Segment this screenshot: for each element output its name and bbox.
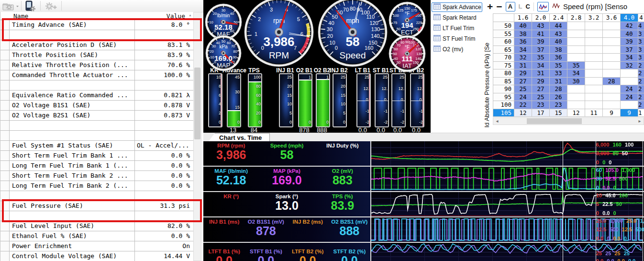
map-cell[interactable] (603, 85, 621, 93)
map-row-header[interactable]: 85 (493, 78, 514, 86)
map-cell[interactable]: 44 (550, 22, 567, 30)
map-cell[interactable]: 17 (532, 109, 550, 117)
table-row[interactable]: Short Term Fuel Trim Bank 1 ...0.0 % (0, 151, 194, 161)
map-col-header[interactable]: 3.2 (585, 14, 603, 22)
map-cell[interactable]: 12 (567, 109, 585, 117)
table-row[interactable]: Long Term Fuel Trim Bank 1 (...0.0 % (0, 161, 194, 171)
map-cell[interactable]: 2 (638, 85, 644, 93)
map-cell[interactable]: 43 (532, 22, 550, 30)
map-cell[interactable]: 38 (514, 30, 532, 38)
map-cell[interactable] (567, 22, 585, 30)
table-row[interactable]: Long Term Fuel Trim Bank 2 (...0.0 % (0, 181, 194, 191)
map-cell[interactable]: 31 (514, 62, 532, 70)
map-cell[interactable]: 37 (621, 46, 638, 54)
table-row[interactable]: Equivalence Ratio Commanded ...0.821 λ (0, 91, 194, 101)
map-waveform2-icon[interactable] (552, 2, 560, 11)
table-row[interactable]: Throttle Position (SAE)83.9 % (0, 50, 194, 60)
map-cell[interactable]: 9 (621, 109, 638, 117)
map-cell[interactable]: 34 (514, 46, 532, 54)
map-cell[interactable]: 2 (638, 101, 644, 109)
map-cell[interactable] (585, 62, 603, 70)
table-row[interactable]: Commanded Throttle Actuator ...100.0 % (0, 70, 194, 80)
map-cell[interactable]: 32 (621, 62, 638, 70)
map-cell[interactable] (603, 54, 621, 62)
map-cell[interactable]: 42 (621, 22, 638, 30)
pid-scrollbar-thumb[interactable] (194, 68, 200, 139)
map-cell[interactable]: 24 (621, 85, 638, 93)
map-cell[interactable]: 28 (550, 85, 567, 93)
legend-item-spark-advance[interactable]: Spark Advance (432, 2, 482, 12)
map-cell[interactable]: 37 (532, 46, 550, 54)
table-row[interactable]: Accelerator Position D (SAE)83.1 % (0, 40, 194, 50)
map-cell[interactable] (585, 38, 603, 46)
map-cell[interactable]: 30 (567, 78, 585, 86)
map-cell[interactable]: 36 (514, 38, 532, 46)
table-row[interactable]: Power EnrichmentOn (0, 241, 194, 251)
map-zoom-in-button[interactable]: + (487, 2, 493, 11)
map-cell[interactable] (621, 78, 638, 86)
map-cell[interactable] (567, 85, 585, 93)
map-cell[interactable]: 25 (514, 85, 532, 93)
map-c-button[interactable]: C (525, 3, 530, 10)
map-cell[interactable] (567, 46, 585, 54)
map-cell[interactable]: 26 (550, 93, 567, 102)
legend-item-spark-retard[interactable]: Spark Retard (432, 13, 482, 23)
table-row[interactable]: Fuel System #1 Status (SAE)OL - Accel/..… (0, 141, 194, 151)
map-cell[interactable]: 40 (514, 22, 532, 30)
map-axes-button[interactable]: A (506, 2, 515, 11)
map-cell[interactable]: 28 (603, 78, 621, 86)
map-cell[interactable]: 1 (638, 109, 644, 117)
map-cell[interactable] (567, 101, 585, 109)
map-row-header[interactable]: 65 (493, 46, 514, 54)
map-row-header[interactable]: 95 (493, 93, 514, 102)
map-cell[interactable]: 22 (514, 101, 532, 109)
map-cell[interactable]: 39 (621, 38, 638, 46)
map-cell[interactable]: 4 (638, 22, 644, 30)
map-cell[interactable]: 24 (621, 93, 638, 102)
map-cell[interactable] (567, 38, 585, 46)
map-cell[interactable] (585, 93, 603, 102)
map-cell[interactable]: 29 (532, 78, 550, 86)
map-cell[interactable] (603, 101, 621, 109)
map-cell[interactable]: 15 (550, 109, 567, 117)
map-scrollbar-thumb[interactable] (527, 118, 582, 124)
table-row[interactable]: Relative Throttle Position (...70.6 % (0, 60, 194, 70)
table-row[interactable]: Short Term Fuel Trim Bank 2 ...0.0 % (0, 171, 194, 181)
map-cell[interactable]: 11 (585, 109, 603, 117)
legend-item-lt-fuel-trim[interactable]: LT Fuel Trim (432, 23, 482, 33)
map-row-header[interactable]: 50 (493, 22, 514, 30)
map-zoom-out-button[interactable]: − (496, 2, 502, 11)
map-cell[interactable]: 2 (638, 93, 644, 102)
map-cell[interactable]: 3 (638, 46, 644, 54)
map-row-header[interactable]: 70 (493, 54, 514, 62)
map-cell[interactable] (621, 101, 638, 109)
map-cell[interactable]: 34 (621, 54, 638, 62)
map-cell[interactable]: 40 (621, 30, 638, 38)
map-cell[interactable]: 12 (514, 109, 532, 117)
table-row[interactable] (0, 30, 194, 40)
table-row[interactable]: Timing Advance (SAE)8.0 ° (0, 20, 194, 30)
map-row-header[interactable]: 80 (493, 69, 514, 78)
map-cell[interactable]: 32 (514, 54, 532, 62)
map-col-header[interactable]: 1.6 (514, 14, 532, 22)
map-col-header[interactable]: 4 (638, 14, 644, 22)
map-cell[interactable] (621, 69, 638, 78)
map-cell[interactable]: 3 (638, 30, 644, 38)
map-h-scrollbar[interactable]: ◂ ▸ (493, 117, 644, 125)
map-col-header[interactable]: 3.6 (603, 14, 621, 22)
map-cell[interactable] (567, 54, 585, 62)
map-cell[interactable]: 2 (638, 62, 644, 70)
table-row[interactable]: Ethanol Fuel % (SAE)0.0 % (0, 231, 194, 241)
table-row[interactable]: Control Module Voltage (SAE)14.44 V (0, 251, 194, 261)
map-cell[interactable] (585, 30, 603, 38)
map-cell[interactable] (603, 62, 621, 70)
map-cell[interactable] (603, 30, 621, 38)
map-cell[interactable]: 29 (514, 69, 532, 78)
map-cell[interactable]: 35 (567, 62, 585, 70)
map-row-header[interactable]: 105 (493, 109, 514, 117)
map-row-header[interactable]: 75 (493, 62, 514, 70)
map-col-header[interactable]: 2.4 (550, 14, 567, 22)
table-row[interactable]: O2 Voltage B2S1 (SAE)0.873 V (0, 111, 194, 121)
map-cell[interactable]: 33 (550, 69, 567, 78)
table-row[interactable]: O2 Voltage B1S1 (SAE)0.878 V (0, 101, 194, 111)
